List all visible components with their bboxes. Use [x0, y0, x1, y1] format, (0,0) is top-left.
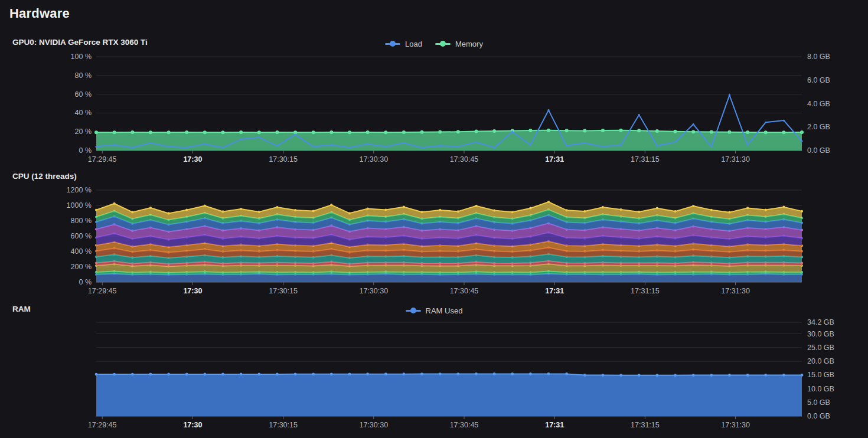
- svg-text:17:31: 17:31: [545, 421, 564, 429]
- svg-text:0 %: 0 %: [79, 278, 92, 286]
- svg-text:2.0 GB: 2.0 GB: [807, 123, 830, 131]
- cpu-section-title: CPU (12 threads): [12, 172, 77, 181]
- cpu-chart-header: CPU (12 threads): [0, 172, 868, 185]
- svg-text:1200 %: 1200 %: [67, 186, 92, 194]
- svg-text:8.0 GB: 8.0 GB: [807, 53, 830, 61]
- svg-text:17:30:30: 17:30:30: [359, 155, 388, 164]
- svg-text:17:30:45: 17:30:45: [450, 287, 479, 295]
- svg-text:30.0 GB: 30.0 GB: [807, 330, 834, 338]
- svg-text:17:29:45: 17:29:45: [88, 421, 117, 429]
- svg-text:17:30:45: 17:30:45: [450, 155, 479, 164]
- svg-text:17:30:15: 17:30:15: [269, 155, 298, 164]
- svg-text:17:31: 17:31: [545, 287, 564, 295]
- hardware-dashboard: Hardware GPU0: NVIDIA GeForce RTX 3060 T…: [0, 0, 868, 438]
- svg-text:400 %: 400 %: [71, 247, 92, 256]
- svg-text:17:29:45: 17:29:45: [88, 155, 117, 164]
- svg-text:200 %: 200 %: [71, 263, 92, 271]
- gpu-chart-header: GPU0: NVIDIA GeForce RTX 3060 Ti LoadMem…: [0, 38, 868, 51]
- legend-item-ram-used[interactable]: RAM Used: [406, 306, 463, 315]
- svg-text:17:30:45: 17:30:45: [450, 421, 479, 429]
- svg-text:20 %: 20 %: [75, 128, 92, 136]
- legend-marker-icon: [406, 308, 421, 313]
- svg-text:1000 %: 1000 %: [67, 201, 92, 210]
- svg-text:4.0 GB: 4.0 GB: [807, 100, 830, 108]
- legend-item-memory[interactable]: Memory: [435, 40, 483, 48]
- legend-label: Load: [405, 40, 422, 48]
- svg-text:40 %: 40 %: [75, 109, 92, 117]
- legend-marker-icon: [435, 41, 451, 47]
- svg-text:0.0 GB: 0.0 GB: [807, 146, 830, 155]
- ram-used-chart[interactable]: 17:29:4517:3017:30:1517:30:3017:30:4517:…: [0, 316, 868, 434]
- legend-label: Memory: [455, 40, 483, 48]
- ram-legend: RAM Used: [0, 305, 868, 316]
- svg-text:600 %: 600 %: [71, 232, 92, 240]
- svg-text:17:31:15: 17:31:15: [631, 155, 660, 164]
- legend-item-load[interactable]: Load: [385, 40, 422, 48]
- page-title: Hardware: [9, 6, 70, 21]
- svg-text:17:29:45: 17:29:45: [88, 287, 117, 295]
- svg-text:17:31:30: 17:31:30: [721, 155, 750, 164]
- ram-chart-header: RAM RAM Used: [0, 305, 868, 318]
- cpu-threads-stacked-chart[interactable]: 17:29:4517:3017:30:1517:30:3017:30:4517:…: [0, 184, 868, 300]
- svg-text:20.0 GB: 20.0 GB: [807, 357, 834, 365]
- svg-text:17:31: 17:31: [545, 155, 564, 164]
- svg-text:6.0 GB: 6.0 GB: [807, 76, 830, 84]
- svg-text:34.2 GB: 34.2 GB: [807, 318, 834, 326]
- svg-text:17:30:30: 17:30:30: [359, 421, 388, 429]
- svg-text:17:31:30: 17:31:30: [721, 421, 750, 429]
- svg-text:0 %: 0 %: [79, 146, 92, 155]
- svg-text:17:30:30: 17:30:30: [359, 287, 388, 295]
- gpu-legend: LoadMemory: [0, 38, 868, 50]
- svg-text:800 %: 800 %: [71, 217, 92, 225]
- svg-text:17:30: 17:30: [183, 421, 202, 429]
- legend-marker-icon: [385, 41, 400, 47]
- svg-text:17:30: 17:30: [183, 155, 202, 164]
- svg-text:17:30: 17:30: [183, 287, 202, 295]
- svg-text:17:30:15: 17:30:15: [269, 287, 298, 295]
- svg-text:80 %: 80 %: [75, 71, 92, 80]
- gpu-load-memory-chart[interactable]: 17:29:4517:3017:30:1517:30:3017:30:4517:…: [0, 52, 868, 168]
- svg-text:10.0 GB: 10.0 GB: [807, 385, 834, 393]
- svg-text:17:31:30: 17:31:30: [721, 287, 750, 295]
- svg-text:100 %: 100 %: [71, 53, 92, 61]
- svg-text:5.0 GB: 5.0 GB: [807, 398, 830, 407]
- svg-text:0.0 GB: 0.0 GB: [807, 412, 830, 420]
- svg-text:17:31:15: 17:31:15: [631, 287, 660, 295]
- svg-text:17:30:15: 17:30:15: [269, 421, 298, 429]
- svg-text:60 %: 60 %: [75, 90, 92, 99]
- svg-text:15.0 GB: 15.0 GB: [807, 371, 834, 379]
- svg-text:25.0 GB: 25.0 GB: [807, 344, 834, 352]
- legend-label: RAM Used: [426, 306, 463, 315]
- svg-text:17:31:15: 17:31:15: [631, 421, 660, 429]
